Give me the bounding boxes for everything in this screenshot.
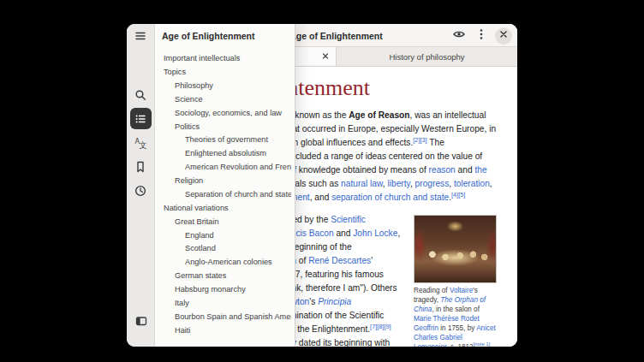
toc-item[interactable]: Anglo-American colonies: [158, 256, 291, 270]
eye-icon: [452, 27, 466, 44]
sidebar-toggle-icon: [134, 314, 148, 328]
tab-history-of-philosophy[interactable]: History of philosophy: [336, 47, 517, 66]
translate-icon: A 文: [134, 136, 147, 150]
toc-item[interactable]: Important intellectuals: [158, 52, 291, 66]
toc-item[interactable]: Habsburg monarchy: [158, 283, 291, 297]
menu-button[interactable]: [473, 27, 490, 45]
tab-label: History of philosophy: [389, 52, 464, 62]
search-icon: [134, 88, 147, 102]
toc-item[interactable]: National variations: [158, 202, 291, 216]
headerbar-actions: [450, 27, 512, 45]
kebab-menu-icon: [474, 27, 488, 44]
article-link[interactable]: toleration: [454, 179, 490, 188]
main-menu-button[interactable]: [130, 25, 152, 46]
app-window: Age of Enlightenment: [127, 24, 517, 347]
close-icon: [498, 29, 509, 42]
text-segment: Age of Reason: [349, 110, 409, 120]
text-segment: in 1755, by: [438, 324, 476, 332]
article-link[interactable]: reason: [429, 165, 456, 175]
toc-item[interactable]: Scotland: [158, 242, 291, 256]
toc-item[interactable]: Topics: [158, 66, 291, 80]
toc-button[interactable]: [130, 108, 152, 129]
text-segment: ': [371, 256, 373, 265]
toc-item[interactable]: Theories of government: [158, 134, 291, 147]
text-segment: Reading of: [414, 287, 450, 294]
tab-close-button[interactable]: [319, 50, 331, 63]
text-segment: 's: [309, 297, 318, 306]
toc-item[interactable]: Sociology, economics, and law: [158, 107, 291, 121]
bookmark-icon: [134, 160, 147, 174]
toc-panel-header: Age of Enlightenment: [155, 24, 295, 47]
article-link[interactable]: Voltaire: [450, 287, 473, 294]
languages-button[interactable]: A 文: [130, 132, 152, 153]
toc-item[interactable]: American Revolution and French Revolutio…: [158, 161, 291, 175]
text-segment: , and: [310, 193, 332, 202]
reference-link[interactable]: [2][3]: [413, 136, 426, 144]
toc-item[interactable]: Haiti: [158, 324, 291, 338]
window-close-button[interactable]: [495, 27, 512, 45]
icon-rail: A 文: [127, 24, 155, 347]
search-button[interactable]: [130, 84, 152, 105]
figure-caption: Reading of Voltaire's tragedy, The Orpha…: [414, 286, 497, 347]
toggle-sidebar-button[interactable]: [130, 310, 152, 331]
article-figure: Reading of Voltaire's tragedy, The Orpha…: [414, 215, 497, 347]
toc-panel: Age of Enlightenment Important intellect…: [155, 24, 295, 347]
preview-button[interactable]: [450, 27, 468, 45]
menu-icon: [134, 29, 147, 43]
screen-background: Age of Enlightenment: [0, 0, 644, 362]
toc-panel-title: Age of Enlightenment: [162, 31, 255, 41]
article-link[interactable]: natural law: [341, 179, 383, 188]
article-link[interactable]: separation of church and state: [331, 193, 449, 202]
toc-item[interactable]: Politics: [158, 120, 291, 134]
toc-item[interactable]: Italy: [158, 297, 291, 311]
history-icon: [134, 184, 147, 198]
article-link[interactable]: liberty: [388, 179, 410, 188]
article-link[interactable]: progress: [415, 179, 450, 188]
reference-link[interactable]: [4][5]: [451, 191, 465, 199]
reference-link[interactable]: [note 1]: [474, 341, 491, 347]
toc-item[interactable]: German states: [158, 270, 291, 283]
toc-item[interactable]: England: [158, 228, 291, 242]
toc-list: Important intellectuals Topics Philosoph…: [155, 47, 295, 337]
toc-item[interactable]: Philosophy: [158, 80, 291, 93]
salon-painting-image[interactable]: [414, 215, 497, 283]
text-segment: , c. 1812: [446, 343, 473, 347]
toc-item[interactable]: Great Britain: [158, 216, 291, 229]
text-segment: , in the salon of: [432, 306, 480, 313]
history-button[interactable]: [130, 180, 152, 201]
article-link[interactable]: René Descartes: [308, 256, 371, 265]
toc-item[interactable]: Religion: [158, 175, 291, 188]
close-icon: [321, 50, 330, 63]
article-link[interactable]: John Locke: [353, 228, 397, 238]
toc-item[interactable]: Bourbon Spain and Spanish America: [158, 311, 291, 324]
text-segment: and: [456, 165, 475, 175]
svg-text:文: 文: [140, 140, 147, 149]
toc-item[interactable]: Separation of church and state: [158, 188, 291, 202]
toc-item[interactable]: Science: [158, 93, 291, 107]
bookmarks-button[interactable]: [130, 156, 152, 177]
text-segment: ,: [490, 179, 492, 188]
text-segment: and: [334, 228, 354, 238]
toc-list-icon: [134, 112, 147, 126]
toc-item[interactable]: Enlightened absolutism: [158, 147, 291, 161]
reference-link[interactable]: [7][8][9]: [370, 323, 391, 330]
